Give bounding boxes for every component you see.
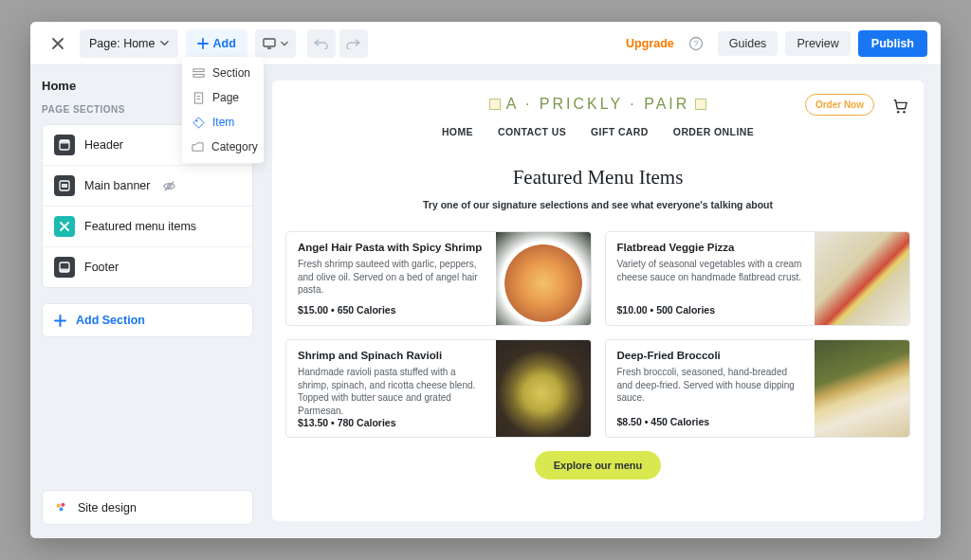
folder-icon xyxy=(192,140,204,154)
upgrade-link[interactable]: Upgrade xyxy=(626,37,674,50)
desktop-icon xyxy=(263,38,278,49)
add-menu-section[interactable]: Section xyxy=(182,61,264,85)
cart-icon[interactable] xyxy=(891,98,908,115)
logo-ornament-left xyxy=(489,99,501,110)
card-title: Deep-Fried Broccoli xyxy=(617,350,804,361)
preview-area: A · PRICKLY · PAIR Order Now HOME CONTAC… xyxy=(265,65,941,538)
svg-rect-5 xyxy=(194,92,202,102)
add-menu-label: Category xyxy=(211,140,258,154)
featured-icon xyxy=(54,216,75,237)
card-image xyxy=(815,340,909,437)
add-menu-label: Item xyxy=(212,116,234,129)
add-section-button[interactable]: Add Section xyxy=(42,303,253,337)
app-window: Page: Home Add Upgrade ? Guides Preview … xyxy=(30,22,941,538)
svg-point-16 xyxy=(59,507,63,511)
add-button[interactable]: Add xyxy=(186,29,247,58)
preview-button[interactable]: Preview xyxy=(785,31,850,56)
featured-subtitle: Try one of our signature selections and … xyxy=(423,199,773,210)
nav-contact[interactable]: CONTACT US xyxy=(498,126,566,137)
featured-title: Featured Menu Items xyxy=(513,166,684,190)
card-meta: $8.50 • 450 Calories xyxy=(617,416,804,427)
redo-icon xyxy=(346,38,360,49)
site-header: A · PRICKLY · PAIR Order Now xyxy=(285,96,910,113)
site-logo[interactable]: A · PRICKLY · PAIR xyxy=(489,96,707,113)
card-meta: $15.00 • 650 Calories xyxy=(298,304,485,316)
menu-card[interactable]: Angel Hair Pasta with Spicy Shrimp Fresh… xyxy=(285,231,592,326)
card-desc: Variety of seasonal vegetables with a cr… xyxy=(617,258,804,283)
nav-home[interactable]: HOME xyxy=(442,126,473,137)
card-title: Angel Hair Pasta with Spicy Shrimp xyxy=(298,242,485,253)
svg-rect-0 xyxy=(264,39,275,46)
logo-ornament-right xyxy=(695,99,706,110)
svg-rect-4 xyxy=(192,74,203,77)
section-label: Featured menu items xyxy=(84,220,196,233)
site-preview[interactable]: A · PRICKLY · PAIR Order Now HOME CONTAC… xyxy=(272,81,924,521)
order-now-button[interactable]: Order Now xyxy=(805,94,874,116)
add-menu-category[interactable]: Category xyxy=(182,135,264,159)
card-meta: $10.00 • 500 Calories xyxy=(617,304,804,316)
svg-rect-13 xyxy=(60,269,69,273)
add-menu-label: Section xyxy=(212,66,250,80)
card-image xyxy=(815,232,909,325)
add-dropdown: Section Page Item Category xyxy=(182,57,264,163)
undo-icon xyxy=(314,38,328,49)
card-desc: Fresh broccoli, seasoned, hand-breaded a… xyxy=(617,366,804,405)
guides-button[interactable]: Guides xyxy=(718,31,779,56)
site-design-label: Site design xyxy=(78,501,137,515)
menu-card[interactable]: Shrimp and Spinach Ravioli Handmade ravi… xyxy=(285,339,592,438)
section-label: Header xyxy=(84,138,123,152)
help-icon: ? xyxy=(688,36,704,51)
svg-point-18 xyxy=(903,111,906,114)
chevron-down-icon xyxy=(281,40,288,47)
device-preview-button[interactable] xyxy=(255,29,296,58)
help-button[interactable]: ? xyxy=(682,29,710,58)
page-icon xyxy=(192,91,205,104)
page-selector[interactable]: Page: Home xyxy=(80,29,178,58)
svg-point-6 xyxy=(195,119,197,121)
history-controls xyxy=(307,29,368,58)
chevron-down-icon xyxy=(160,39,169,47)
svg-rect-10 xyxy=(62,184,67,188)
section-featured-items[interactable]: Featured menu items xyxy=(43,207,252,247)
explore-menu-button[interactable]: Explore our menu xyxy=(535,451,662,479)
card-image xyxy=(496,232,591,325)
body: Home PAGE SECTIONS Header Main banner Fe… xyxy=(30,65,941,538)
topbar: Page: Home Add Upgrade ? Guides Preview … xyxy=(30,22,941,65)
redo-button[interactable] xyxy=(339,29,368,58)
palette-icon xyxy=(54,500,68,515)
card-desc: Fresh shrimp sauteed with garlic, pepper… xyxy=(298,258,485,297)
card-title: Shrimp and Spinach Ravioli xyxy=(298,350,485,361)
page-selector-label: Page: Home xyxy=(89,37,155,50)
publish-button[interactable]: Publish xyxy=(858,30,927,57)
add-menu-label: Page xyxy=(212,91,239,104)
menu-card[interactable]: Flatbread Veggie Pizza Variety of season… xyxy=(605,231,911,326)
svg-point-17 xyxy=(897,111,900,114)
card-image xyxy=(496,340,591,437)
card-meta: $13.50 • 780 Calories xyxy=(298,417,485,428)
section-icon xyxy=(192,66,205,80)
banner-icon xyxy=(54,175,75,196)
logo-text: A · PRICKLY · PAIR xyxy=(506,96,690,113)
site-nav: HOME CONTACT US GIFT CARD ORDER ONLINE xyxy=(442,126,754,137)
section-label: Main banner xyxy=(84,179,151,192)
add-button-label: Add xyxy=(212,37,235,50)
add-menu-item[interactable]: Item xyxy=(182,110,264,135)
undo-button[interactable] xyxy=(307,29,336,58)
section-footer[interactable]: Footer xyxy=(43,247,252,287)
section-main-banner[interactable]: Main banner xyxy=(43,166,252,207)
close-button[interactable] xyxy=(44,29,72,58)
plus-icon xyxy=(197,38,209,49)
hidden-icon xyxy=(162,179,176,193)
nav-order-online[interactable]: ORDER ONLINE xyxy=(673,126,754,137)
add-section-label: Add Section xyxy=(76,314,145,327)
header-icon xyxy=(54,135,75,155)
svg-rect-3 xyxy=(192,68,203,71)
tag-icon xyxy=(192,116,205,129)
menu-card[interactable]: Deep-Fried Broccoli Fresh broccoli, seas… xyxy=(605,339,911,438)
svg-text:?: ? xyxy=(693,39,698,48)
site-design-button[interactable]: Site design xyxy=(42,490,253,525)
nav-gift-card[interactable]: GIFT CARD xyxy=(591,126,649,137)
add-menu-page[interactable]: Page xyxy=(182,85,264,110)
section-label: Footer xyxy=(84,261,119,274)
menu-cards: Angel Hair Pasta with Spicy Shrimp Fresh… xyxy=(285,231,910,438)
